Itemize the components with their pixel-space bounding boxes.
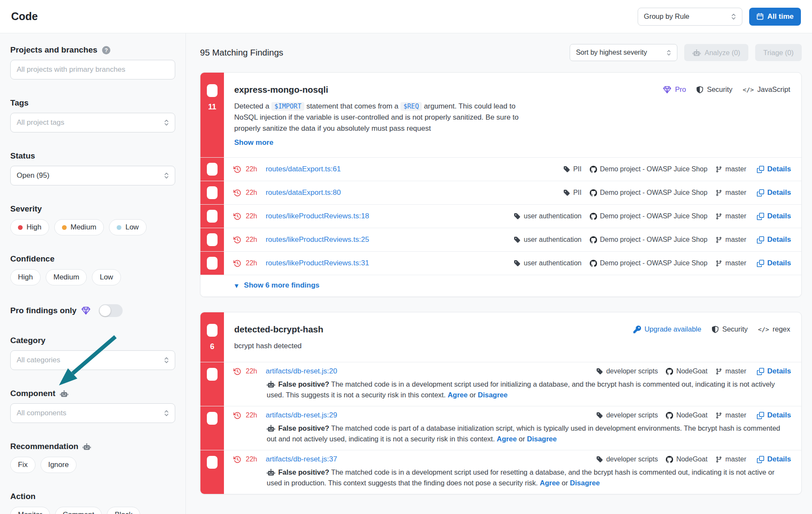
sort-select[interactable]: Sort by highest severity [570, 44, 677, 61]
show-more-findings[interactable]: ▼Show 6 more findings [200, 275, 801, 297]
show-more-link[interactable]: Show more [234, 138, 274, 147]
finding-file-link[interactable]: routes/likeProductReviews.ts:31 [266, 259, 369, 267]
description-text: statement that comes from a [304, 102, 400, 110]
code-icon: </> [758, 326, 769, 333]
component-select[interactable]: All components [10, 403, 175, 423]
pro-findings-toggle[interactable] [99, 304, 123, 317]
details-link[interactable]: Details [757, 259, 791, 267]
pro-findings-filter: Pro findings only [10, 304, 175, 317]
key-icon [633, 326, 641, 333]
select-finding-checkbox[interactable] [207, 412, 218, 425]
confidence-pills: High Medium Low [10, 269, 175, 285]
all-time-button[interactable]: All time [749, 8, 801, 26]
low-severity-dot-icon [117, 225, 121, 230]
confidence-pill-low[interactable]: Low [92, 269, 121, 285]
select-finding-checkbox[interactable] [207, 163, 218, 176]
branch-icon [715, 213, 722, 220]
finding-file-link[interactable]: artifacts/db-reset.js:20 [266, 367, 337, 376]
tag-label: developer scripts [606, 455, 658, 463]
false-positive-label: False positive? [278, 380, 331, 388]
branch-meta: master [715, 411, 746, 419]
select-finding-checkbox[interactable] [207, 186, 218, 199]
finding-file-link[interactable]: routes/dataExport.ts:61 [266, 165, 341, 173]
tags-select[interactable]: All project tags [10, 113, 175, 132]
high-severity-dot-icon [18, 225, 23, 230]
triage-button[interactable]: Triage (0) [755, 44, 802, 61]
agree-link[interactable]: Agree [497, 435, 517, 443]
select-finding-checkbox[interactable] [207, 368, 218, 381]
details-link[interactable]: Details [757, 188, 791, 197]
category-select[interactable]: All categories [10, 350, 175, 370]
projects-input[interactable] [10, 60, 175, 79]
select-rule-checkbox[interactable] [207, 324, 218, 337]
select-rule-checkbox[interactable] [207, 84, 218, 97]
finding-file-link[interactable]: artifacts/db-reset.js:37 [266, 455, 337, 464]
severity-pill-medium[interactable]: Medium [54, 219, 104, 235]
details-link[interactable]: Details [757, 455, 791, 464]
agree-link[interactable]: Agree [447, 391, 468, 399]
finding-meta: user authenticationDemo project - OWASP … [514, 212, 791, 220]
show-more-findings-link[interactable]: Show 6 more findings [244, 281, 320, 290]
finding-file-link[interactable]: routes/likeProductReviews.ts:25 [266, 235, 369, 244]
confidence-pill-label: High [18, 273, 33, 282]
action-pill-comment[interactable]: Comment [55, 507, 102, 514]
github-icon [666, 412, 673, 419]
branch-meta: master [715, 189, 746, 197]
chevron-updown-icon [731, 13, 736, 21]
severity-strip [200, 228, 224, 251]
pro-findings-label: Pro findings only [10, 306, 76, 315]
severity-pill-low[interactable]: Low [109, 219, 146, 235]
finding-file-link[interactable]: artifacts/db-reset.js:29 [266, 411, 337, 420]
top-bar-actions: Group by Rule All time [638, 8, 801, 26]
group-by-select[interactable]: Group by Rule [638, 8, 742, 26]
finding-file-link[interactable]: routes/dataExport.ts:80 [266, 188, 341, 197]
confidence-pill-high[interactable]: High [10, 269, 41, 285]
badge-javascript: </>JavaScript [743, 85, 790, 94]
select-finding-checkbox[interactable] [207, 456, 218, 469]
details-link[interactable]: Details [757, 235, 791, 244]
finding-card-header: 11express-mongo-nosqliProSecurity</>Java… [200, 73, 801, 157]
details-link[interactable]: Details [757, 165, 791, 173]
select-finding-checkbox[interactable] [207, 233, 218, 246]
finding-meta: developer scriptsNodeGoatmasterDetails [596, 367, 791, 376]
finding-card: 11express-mongo-nosqliProSecurity</>Java… [200, 72, 802, 297]
analyze-button[interactable]: Analyze (0) [684, 44, 748, 61]
tags-filter-label: Tags [10, 98, 175, 108]
action-pill-monitor[interactable]: Monitor [10, 507, 50, 514]
finding-meta: user authenticationDemo project - OWASP … [514, 235, 791, 244]
disagree-link[interactable]: Disagree [478, 391, 508, 399]
details-label: Details [767, 188, 791, 197]
agree-link[interactable]: Agree [540, 479, 560, 487]
action-pill-block[interactable]: Block [107, 507, 140, 514]
recommendation-filter-section: Recommendation Fix Ignore [10, 442, 175, 473]
badge-upgrade-available[interactable]: Upgrade available [633, 325, 701, 333]
details-link[interactable]: Details [757, 367, 791, 376]
details-link[interactable]: Details [757, 212, 791, 220]
badge-pro: Pro [663, 85, 686, 94]
finding-row-content: 22hroutes/likeProductReviews.ts:25user a… [224, 228, 801, 251]
branch-label: master [725, 236, 746, 244]
rule-description: Detected a $IMPORT statement that comes … [234, 101, 535, 134]
project-meta: Demo project - OWASP Juice Shop [590, 212, 708, 220]
svg-text:?: ? [104, 47, 108, 53]
component-filter-label: Component [10, 389, 56, 398]
finding-file-link[interactable]: routes/likeProductReviews.ts:18 [266, 212, 369, 220]
disagree-link[interactable]: Disagree [527, 435, 557, 443]
history-icon [233, 236, 241, 244]
finding-age: 22h [246, 455, 257, 463]
recommendation-pill-ignore[interactable]: Ignore [41, 457, 76, 473]
project-meta: NodeGoat [666, 367, 707, 375]
details-link[interactable]: Details [757, 411, 791, 420]
help-icon[interactable]: ? [102, 46, 111, 55]
tag-label: user authentication [524, 212, 581, 220]
severity-pill-high[interactable]: High [10, 219, 49, 235]
disagree-link[interactable]: Disagree [570, 479, 600, 487]
select-finding-checkbox[interactable] [207, 210, 218, 223]
recommendation-pill-fix[interactable]: Fix [10, 457, 35, 473]
status-select[interactable]: Open (95) [10, 166, 175, 185]
confidence-pill-medium[interactable]: Medium [46, 269, 87, 285]
finding-row-metaline: 22hroutes/likeProductReviews.ts:25user a… [233, 235, 791, 244]
robot-icon [60, 390, 68, 397]
status-filter-label: Status [10, 151, 175, 161]
select-finding-checkbox[interactable] [207, 257, 218, 270]
